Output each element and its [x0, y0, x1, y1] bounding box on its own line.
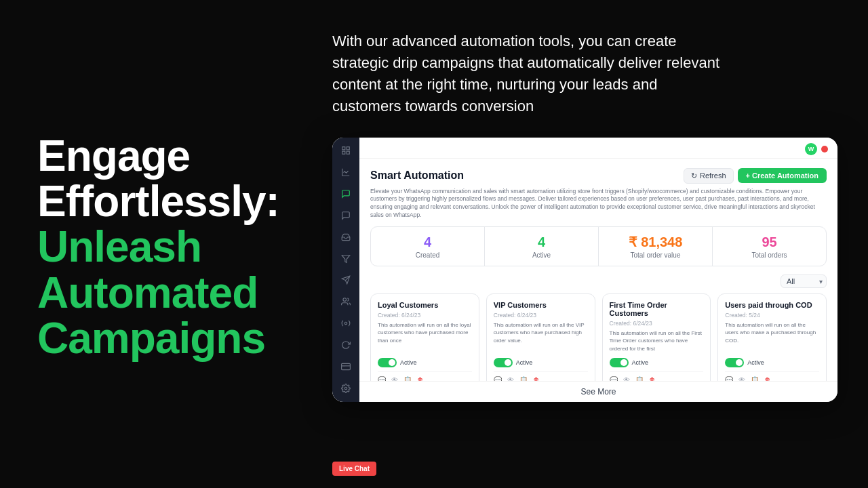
card-toggle-0: Active	[378, 358, 472, 367]
card-action-copy-2[interactable]: 📋	[635, 376, 644, 381]
sidebar-icon-home[interactable]	[338, 146, 353, 157]
sidebar-icon-users[interactable]	[338, 296, 353, 307]
svg-rect-7	[342, 363, 351, 369]
card-date-1: Created: 6/24/23	[494, 312, 588, 319]
card-action-chat-0[interactable]: 💬	[378, 376, 386, 381]
sidebar-icon-automation[interactable]	[338, 318, 353, 329]
toggle-pill-3[interactable]	[725, 358, 744, 367]
svg-point-5	[343, 298, 347, 302]
stat-active-label: Active	[494, 251, 589, 259]
card-action-delete-1[interactable]: 🗑	[533, 376, 540, 381]
dashboard-sidebar	[332, 138, 359, 402]
sidebar-icon-inbox[interactable]	[338, 232, 353, 243]
card-action-delete-0[interactable]: 🗑	[417, 376, 424, 381]
close-dot[interactable]	[821, 146, 828, 152]
svg-rect-0	[342, 147, 345, 150]
stat-active-value: 4	[494, 234, 589, 250]
live-chat-button[interactable]: Live Chat	[332, 462, 376, 476]
svg-rect-1	[347, 147, 349, 150]
svg-rect-3	[347, 152, 349, 155]
sidebar-icon-chat2[interactable]	[338, 210, 353, 221]
sidebar-icon-settings[interactable]	[338, 383, 353, 394]
stat-created: 4 Created	[371, 227, 485, 266]
card-desc-2: This automation will run on all the Firs…	[610, 329, 704, 352]
create-automation-button[interactable]: + Create Automation	[738, 168, 827, 183]
card-title-0: Loyal Customers	[378, 301, 472, 309]
card-action-view-1[interactable]: 👁	[507, 376, 514, 381]
card-action-copy-0[interactable]: 📋	[403, 376, 412, 381]
dashboard-wrapper: W Smart Automation ↻ Refresh + Create Au…	[332, 138, 837, 402]
automation-cards-row: Loyal Customers Created: 6/24/23 This au…	[370, 293, 827, 380]
stat-created-value: 4	[380, 234, 475, 250]
stat-active: 4 Active	[485, 227, 599, 266]
automation-card-1: VIP Customers Created: 6/24/23 This auto…	[486, 293, 595, 380]
headline-white: Engage Effortlessly:	[37, 134, 285, 224]
sidebar-icon-refresh[interactable]	[338, 340, 353, 350]
stat-order-value-amount: ₹ 81,348	[608, 234, 703, 250]
left-panel: Engage Effortlessly: Unleash Automated C…	[0, 0, 312, 488]
filter-row: All Active Inactive	[370, 274, 827, 288]
see-more-button[interactable]: See More	[580, 387, 616, 396]
card-date-3: Created: 5/24	[725, 312, 819, 319]
section-header: Smart Automation ↻ Refresh + Create Auto…	[370, 168, 827, 184]
content-area: Smart Automation ↻ Refresh + Create Auto…	[359, 159, 837, 381]
automation-card-2: First Time Order Customers Created: 6/24…	[602, 293, 711, 380]
toggle-pill-2[interactable]	[610, 358, 629, 367]
card-toggle-2: Active	[610, 358, 704, 367]
refresh-icon: ↻	[691, 171, 697, 180]
sidebar-icon-campaign[interactable]	[338, 275, 353, 286]
card-action-copy-1[interactable]: 📋	[519, 376, 528, 381]
card-action-chat-2[interactable]: 💬	[610, 376, 618, 381]
headline-green: Unleash Automated Campaigns	[37, 224, 285, 361]
stat-order-value-label: Total order value	[608, 251, 703, 259]
card-toggle-3: Active	[725, 358, 819, 367]
toggle-label-1: Active	[516, 359, 533, 366]
card-action-view-2[interactable]: 👁	[623, 376, 630, 381]
card-title-2: First Time Order Customers	[610, 301, 704, 317]
svg-point-6	[344, 322, 347, 325]
stat-created-label: Created	[380, 251, 475, 259]
sidebar-icon-message[interactable]	[338, 188, 353, 199]
card-desc-1: This automation will run on all the VIP …	[494, 321, 588, 352]
filter-wrapper[interactable]: All Active Inactive	[781, 274, 827, 288]
card-action-view-3[interactable]: 👁	[738, 376, 745, 381]
stat-order-value: ₹ 81,348 Total order value	[599, 227, 713, 266]
automation-card-3: Users paid through COD Created: 5/24 Thi…	[717, 293, 827, 380]
toggle-label-3: Active	[747, 359, 764, 366]
filter-select[interactable]: All Active Inactive	[781, 274, 827, 288]
main-content: W Smart Automation ↻ Refresh + Create Au…	[359, 138, 837, 402]
card-action-chat-3[interactable]: 💬	[725, 376, 733, 381]
header-buttons: ↻ Refresh + Create Automation	[684, 168, 827, 184]
card-action-delete-3[interactable]: 🗑	[764, 376, 771, 381]
card-toggle-1: Active	[494, 358, 588, 367]
card-action-delete-2[interactable]: 🗑	[649, 376, 656, 381]
sidebar-icon-funnel[interactable]	[338, 253, 353, 264]
see-more-bar: See More	[359, 381, 837, 402]
card-title-3: Users paid through COD	[725, 301, 819, 309]
right-panel: With our advanced automation tools, you …	[312, 0, 868, 488]
top-bar: W	[359, 138, 837, 159]
refresh-button[interactable]: ↻ Refresh	[684, 168, 734, 184]
card-action-copy-3[interactable]: 📋	[751, 376, 759, 381]
whatsapp-badge: W	[805, 143, 817, 155]
card-actions-0: 💬 👁 📋 🗑	[378, 371, 472, 381]
card-title-1: VIP Customers	[494, 301, 588, 309]
description-text: Elevate your WhatsApp communication and …	[370, 188, 827, 220]
svg-rect-2	[342, 152, 345, 155]
card-actions-2: 💬 👁 📋 🗑	[610, 371, 704, 381]
card-action-chat-1[interactable]: 💬	[494, 376, 502, 381]
automation-card-0: Loyal Customers Created: 6/24/23 This au…	[370, 293, 479, 380]
stat-total-orders-value: 95	[722, 234, 816, 250]
card-action-view-0[interactable]: 👁	[391, 376, 398, 381]
card-desc-3: This automation will run on all the user…	[725, 321, 819, 352]
sidebar-icon-chart[interactable]	[338, 167, 353, 178]
card-actions-1: 💬 👁 📋 🗑	[494, 371, 588, 381]
card-desc-0: This automation will run on all the loya…	[378, 321, 472, 352]
card-date-0: Created: 6/24/23	[378, 312, 472, 319]
toggle-label-2: Active	[632, 359, 649, 366]
stat-total-orders: 95 Total orders	[713, 227, 826, 266]
card-actions-3: 💬 👁 📋 🗑	[725, 371, 819, 381]
sidebar-icon-payment[interactable]	[338, 361, 353, 372]
toggle-pill-0[interactable]	[378, 358, 397, 367]
toggle-pill-1[interactable]	[494, 358, 513, 367]
